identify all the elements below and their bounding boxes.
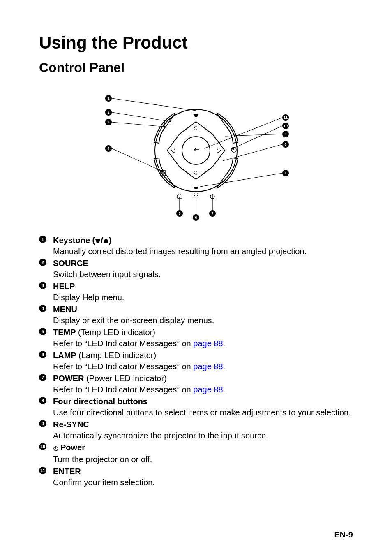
list-item: 1Keystone (/)Manually correct distorted … bbox=[39, 235, 353, 257]
item-description: Automatically synchronize the projector … bbox=[53, 430, 353, 441]
item-heading: LAMP (Lamp LED indicator) bbox=[53, 350, 353, 361]
item-number: 1 bbox=[39, 236, 46, 243]
svg-line-17 bbox=[112, 112, 171, 122]
callout-11: 11 bbox=[282, 114, 289, 121]
list-item: 11ENTERConfirm your item selection. bbox=[39, 466, 353, 488]
item-number: 4 bbox=[39, 305, 46, 312]
list-item: 3HELPDisplay Help menu. bbox=[39, 281, 353, 303]
svg-text:3: 3 bbox=[107, 120, 109, 124]
page-title: Using the Product bbox=[39, 33, 353, 53]
svg-text:1: 1 bbox=[284, 171, 286, 175]
list-item: 4MENUDisplay or exit the on-screen displ… bbox=[39, 304, 353, 326]
svg-text:4: 4 bbox=[107, 146, 109, 151]
callout-2: 2 bbox=[105, 109, 112, 116]
item-number: 3 bbox=[39, 282, 46, 289]
section-title: Control Panel bbox=[39, 60, 353, 75]
item-description: Display or exit the on-screen display me… bbox=[53, 315, 353, 326]
item-heading: MENU bbox=[53, 304, 353, 315]
item-description: Refer to “LED Indicator Messages” on pag… bbox=[53, 361, 353, 372]
svg-text:7: 7 bbox=[211, 211, 213, 215]
callout-10: 10 bbox=[282, 123, 289, 129]
svg-text:1: 1 bbox=[107, 96, 109, 100]
svg-text:9: 9 bbox=[284, 132, 286, 136]
callout-1-left: 1 bbox=[105, 95, 112, 102]
svg-text:10: 10 bbox=[284, 124, 288, 128]
svg-text:5: 5 bbox=[178, 211, 180, 215]
item-heading: TEMP (Temp LED indicator) bbox=[53, 327, 353, 338]
item-number: 9 bbox=[39, 420, 46, 427]
svg-text:8: 8 bbox=[284, 142, 286, 146]
callout-6: 6 bbox=[193, 214, 199, 221]
callout-8: 8 bbox=[282, 141, 289, 148]
item-number: 2 bbox=[39, 259, 46, 266]
callout-5: 5 bbox=[176, 210, 183, 217]
item-number: 10 bbox=[39, 443, 46, 450]
page: Using the Product Control Panel bbox=[0, 0, 392, 556]
svg-text:2: 2 bbox=[107, 110, 109, 114]
page-link[interactable]: page 88 bbox=[193, 362, 223, 371]
keystone-up-icon bbox=[103, 239, 109, 243]
list-item: 6LAMP (Lamp LED indicator)Refer to “LED … bbox=[39, 350, 353, 372]
svg-point-21 bbox=[161, 170, 163, 172]
item-description: Turn the projector on or off. bbox=[53, 454, 353, 465]
item-number: 8 bbox=[39, 397, 46, 404]
item-heading: Keystone (/) bbox=[53, 235, 353, 246]
svg-line-16 bbox=[112, 98, 196, 111]
item-number: 11 bbox=[39, 467, 46, 474]
definition-list: 1Keystone (/)Manually correct distorted … bbox=[39, 235, 353, 488]
callout-7: 7 bbox=[209, 210, 216, 217]
item-heading: Power bbox=[53, 442, 353, 454]
item-description: Refer to “LED Indicator Messages” on pag… bbox=[53, 338, 353, 349]
item-heading: Four directional buttons bbox=[53, 396, 353, 407]
page-number: EN-9 bbox=[334, 530, 353, 540]
item-heading: Re-SYNC bbox=[53, 419, 353, 430]
svg-line-12 bbox=[194, 193, 195, 194]
page-link[interactable]: page 88 bbox=[193, 385, 223, 394]
svg-line-23 bbox=[233, 126, 282, 148]
svg-point-1 bbox=[182, 137, 210, 164]
svg-point-24 bbox=[232, 148, 234, 149]
callout-4: 4 bbox=[105, 145, 112, 152]
callout-1-right: 1 bbox=[282, 170, 289, 176]
list-item: 10PowerTurn the projector on or off. bbox=[39, 442, 353, 465]
callout-9: 9 bbox=[282, 131, 289, 137]
item-description: Use four directional buttons to select i… bbox=[53, 407, 353, 418]
item-heading: HELP bbox=[53, 281, 353, 292]
item-description: Switch between input signals. bbox=[53, 269, 353, 280]
item-heading: POWER (Power LED indicator) bbox=[53, 373, 353, 384]
svg-text:6: 6 bbox=[195, 215, 197, 220]
page-link[interactable]: page 88 bbox=[193, 339, 223, 348]
item-number: 5 bbox=[39, 328, 46, 335]
item-description: Display Help menu. bbox=[53, 292, 353, 303]
svg-text:11: 11 bbox=[284, 116, 288, 120]
svg-point-19 bbox=[164, 126, 165, 127]
list-item: 9Re-SYNCAutomatically synchronize the pr… bbox=[39, 419, 353, 441]
control-panel-diagram: ? bbox=[39, 87, 353, 222]
callout-3: 3 bbox=[105, 119, 112, 125]
svg-line-18 bbox=[112, 122, 164, 127]
control-panel-svg: ? bbox=[89, 87, 303, 222]
item-number: 6 bbox=[39, 351, 46, 358]
list-item: 7POWER (Power LED indicator)Refer to “LE… bbox=[39, 373, 353, 395]
power-icon bbox=[53, 443, 59, 454]
list-item: 8Four directional buttonsUse four direct… bbox=[39, 396, 353, 418]
keystone-down-icon bbox=[95, 239, 101, 243]
item-description: Refer to “LED Indicator Messages” on pag… bbox=[53, 384, 353, 395]
list-item: 5TEMP (Temp LED indicator)Refer to “LED … bbox=[39, 327, 353, 349]
item-number: 7 bbox=[39, 374, 46, 381]
svg-line-13 bbox=[197, 193, 198, 194]
svg-line-26 bbox=[223, 144, 282, 161]
item-heading: SOURCE bbox=[53, 258, 353, 269]
item-heading: ENTER bbox=[53, 466, 353, 477]
item-description: Confirm your item selection. bbox=[53, 477, 353, 488]
svg-line-27 bbox=[200, 173, 282, 187]
item-description: Manually correct distorted images result… bbox=[53, 246, 353, 257]
list-item: 2SOURCESwitch between input signals. bbox=[39, 258, 353, 280]
